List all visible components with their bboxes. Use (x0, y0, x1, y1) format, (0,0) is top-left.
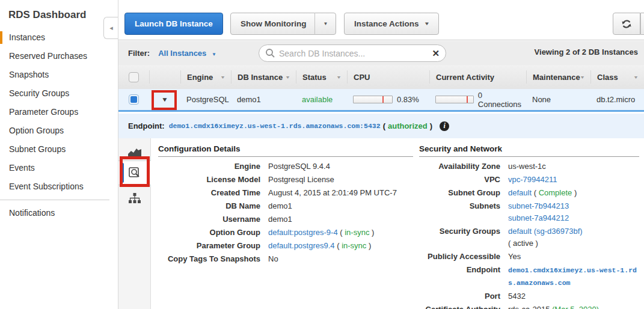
instance-actions-label: Instance Actions (354, 19, 419, 28)
table-header-cell (118, 70, 149, 84)
detail-label: License Model (158, 174, 268, 186)
sidebar-title: RDS Dashboard (0, 0, 118, 21)
detail-label: Subnets (419, 200, 508, 224)
cell-status: available (296, 95, 347, 104)
sort-chevron-icon[interactable]: ▼ (580, 75, 585, 79)
toolbar-right-group (613, 13, 644, 35)
detail-row: License ModelPostgresql License (158, 174, 413, 186)
row-checkbox[interactable] (129, 94, 139, 105)
security-network-section: Security and Network Availability Zoneus… (419, 144, 639, 309)
instance-actions-button[interactable]: Instance Actions ▼ (344, 13, 439, 35)
sidebar-item-parameter-groups[interactable]: Parameter Groups (0, 103, 118, 121)
detail-value: Postgresql License (268, 174, 405, 186)
detail-text: ) (574, 188, 577, 197)
column-header-status[interactable]: Status ▼ (296, 70, 347, 84)
detail-link[interactable]: default (sg-d36973bf) (508, 225, 639, 237)
refresh-button[interactable] (613, 13, 640, 35)
detail-text: us-west-1c (508, 162, 546, 171)
detail-link[interactable]: subnet-7b944213 (508, 200, 639, 212)
endpoint-bar: Endpoint: demo1.cmdx16ximeyz.us-west-1.r… (118, 114, 644, 138)
detail-link[interactable]: default.postgres9.4 (268, 241, 335, 250)
detail-link[interactable]: subnet-7a944212 (508, 212, 639, 224)
sort-chevron-icon[interactable]: ▼ (220, 75, 225, 79)
detail-link[interactable]: default:postgres-9-4 (268, 228, 338, 237)
viewing-count: Viewing 2 of 2 DB Instances (535, 47, 638, 57)
rds-console-page: RDS Dashboard InstancesReserved Purchase… (0, 0, 644, 309)
paren-close: ) (430, 121, 432, 130)
search-icon (265, 48, 275, 58)
detail-row: Certificate Authorityrds-ca-2015 (Mar 5,… (419, 304, 639, 309)
sidebar-item-reserved-purchases[interactable]: Reserved Purchases (0, 47, 118, 66)
launch-db-instance-button[interactable]: Launch DB Instance (124, 13, 223, 35)
detail-row: Subnet Groupdefault ( Complete ) (419, 187, 639, 199)
column-header-engine[interactable]: Engine ▼ (180, 70, 231, 84)
tab-related-resources[interactable] (118, 186, 151, 210)
row-expander-cell: ▼ (149, 96, 180, 103)
sort-chevron-icon[interactable]: ▼ (285, 75, 290, 79)
column-header-class[interactable]: Class ▼ (590, 70, 644, 84)
detail-text: ( (534, 188, 536, 197)
sidebar-item-option-groups[interactable]: Option Groups (0, 121, 118, 140)
detail-row: Copy Tags To SnapshotsNo (158, 253, 413, 265)
detail-row: Parameter Groupdefault.postgres9.4 ( in-… (158, 240, 413, 252)
cell-maintenance: None (526, 95, 590, 104)
detail-label: VPC (419, 174, 508, 186)
detail-row: Port5432 (419, 290, 639, 302)
select-all-checkbox[interactable] (129, 72, 139, 82)
detail-link[interactable]: vpc-79944211 (508, 175, 557, 184)
sidebar-item-event-subscriptions[interactable]: Event Subscriptions (0, 177, 118, 196)
security-rows: Availability Zoneus-west-1cVPCvpc-799442… (419, 161, 639, 309)
sidebar-nav: InstancesReserved PurchasesSnapshotsSecu… (0, 28, 118, 222)
sort-chevron-icon[interactable]: ▼ (336, 75, 342, 79)
detail-value: default ( Complete ) (508, 187, 639, 199)
search-input[interactable] (279, 49, 432, 58)
detail-text: 5432 (508, 292, 526, 301)
search-clear-icon[interactable]: ✕ (432, 48, 440, 59)
search-box[interactable]: ✕ (259, 44, 446, 62)
sort-chevron-icon[interactable]: ▼ (633, 75, 639, 79)
column-header-db-instance[interactable]: DB Instance ▼ (231, 70, 296, 84)
info-icon[interactable]: i (440, 121, 449, 131)
sidebar-item-events[interactable]: Events (0, 159, 118, 177)
sidebar-item-subnet-groups[interactable]: Subnet Groups (0, 140, 118, 159)
settings-button[interactable] (640, 13, 644, 35)
detail-link[interactable]: default (508, 188, 532, 197)
tab-details-preview[interactable] (118, 161, 151, 185)
sidebar-item-security-groups[interactable]: Security Groups (0, 84, 118, 103)
table-row[interactable]: ▼ PostgreSQL demo1 available 0.83% 0 Con… (118, 89, 644, 112)
sidebar-item-snapshots[interactable]: Snapshots (0, 66, 118, 84)
section-title: Security and Network (419, 144, 639, 157)
detail-value: subnet-7b944213subnet-7a944212 (508, 200, 639, 224)
sidebar-divider (0, 200, 109, 200)
detail-value: demo1 (268, 200, 405, 212)
detail-label: Endpoint (419, 264, 508, 289)
detail-text: Postgresql License (268, 175, 334, 184)
column-header-current-activity[interactable]: Current Activity (429, 70, 526, 84)
row-checkbox-cell (118, 94, 149, 105)
row-expander-icon[interactable]: ▼ (161, 96, 168, 103)
detail-tabstrip (118, 138, 151, 309)
filter-dropdown[interactable]: All Instances ▼ (158, 49, 216, 58)
sidebar-collapse-handle[interactable]: ◂ (103, 17, 118, 39)
detail-value: vpc-79944211 (508, 174, 639, 186)
main-content: Launch DB Instance Show Monitoring ▼ Ins… (118, 0, 644, 309)
detail-value: demo1 (268, 213, 405, 225)
show-monitoring-label: Show Monitoring (241, 19, 306, 28)
detail-value: No (268, 253, 405, 265)
detail-label: Parameter Group (158, 240, 268, 252)
detail-label: Subnet Group (419, 187, 508, 199)
detail-link[interactable]: demo1.cmdx16ximeyz.us-west-1.rds.amazona… (508, 266, 637, 287)
detail-value: PostgreSQL 9.4.4 (268, 161, 405, 173)
sidebar-item-notifications[interactable]: Notifications (0, 204, 118, 222)
chevron-down-icon[interactable]: ▼ (315, 21, 336, 26)
detail-value: us-west-1c (508, 161, 639, 173)
column-header-cpu[interactable]: CPU (347, 70, 429, 84)
endpoint-value[interactable]: demo1.cmdx16ximeyz.us-west-1.rds.amazona… (169, 122, 381, 130)
detail-label: Username (158, 213, 268, 225)
column-header-maintenance[interactable]: Maintenance ▼ (526, 70, 590, 84)
detail-label: Copy Tags To Snapshots (158, 253, 268, 265)
detail-row: Security Groupsdefault (sg-d36973bf)( ac… (419, 225, 639, 249)
detail-row: VPCvpc-79944211 (419, 174, 639, 186)
show-monitoring-button[interactable]: Show Monitoring ▼ (230, 13, 336, 35)
sidebar-item-instances[interactable]: Instances (0, 28, 118, 47)
